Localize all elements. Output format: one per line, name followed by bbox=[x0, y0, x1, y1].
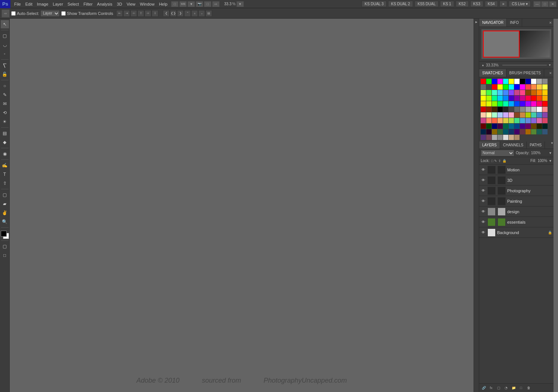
swatch-32[interactable] bbox=[526, 90, 531, 95]
layer-eye-3d[interactable]: 👁 bbox=[481, 178, 486, 183]
swatch-1[interactable] bbox=[486, 79, 492, 84]
move-tool-icon[interactable]: ⇨ bbox=[1, 9, 10, 18]
menu-help[interactable]: Help bbox=[157, 1, 170, 7]
tab-navigator[interactable]: NAVIGATOR bbox=[479, 19, 507, 27]
swatch-54[interactable] bbox=[514, 101, 520, 106]
swatch-65[interactable] bbox=[509, 107, 514, 112]
swatch-17[interactable] bbox=[509, 84, 514, 90]
menu-layer[interactable]: Layer bbox=[50, 1, 65, 7]
swatch-64[interactable] bbox=[503, 107, 508, 112]
swatch-30[interactable] bbox=[514, 90, 520, 95]
swatch-26[interactable] bbox=[492, 90, 497, 95]
swatch-72[interactable] bbox=[481, 112, 486, 118]
swatch-18[interactable] bbox=[514, 84, 520, 90]
swatch-48[interactable] bbox=[481, 101, 486, 106]
swatch-52[interactable] bbox=[503, 101, 508, 106]
swatch-122[interactable] bbox=[492, 135, 497, 140]
swatch-126[interactable] bbox=[514, 135, 520, 140]
menu-select[interactable]: Select bbox=[65, 1, 81, 7]
layer-eye-painting[interactable]: 👁 bbox=[481, 199, 486, 204]
dodge-tool[interactable]: ◉ bbox=[1, 150, 9, 158]
swatch-39[interactable] bbox=[497, 96, 503, 101]
swatch-79[interactable] bbox=[520, 112, 525, 118]
swatch-63[interactable] bbox=[497, 107, 503, 112]
layer-eye-photography[interactable]: 👁 bbox=[481, 188, 486, 193]
swatch-101[interactable] bbox=[509, 124, 514, 129]
swatch-78[interactable] bbox=[514, 112, 520, 118]
workspace-more[interactable]: » bbox=[499, 1, 508, 7]
menu-edit[interactable]: Edit bbox=[23, 1, 35, 7]
swatch-40[interactable] bbox=[503, 96, 508, 101]
swatch-57[interactable] bbox=[531, 101, 536, 106]
swatch-36[interactable] bbox=[481, 96, 486, 101]
workspace-ks4[interactable]: KS4 bbox=[485, 1, 498, 7]
zoom-dropdown[interactable]: ▼ bbox=[236, 1, 244, 7]
menu-window[interactable]: Window bbox=[138, 1, 157, 7]
swatch-9[interactable] bbox=[531, 79, 536, 84]
swatch-119[interactable] bbox=[542, 129, 548, 134]
shape-tool[interactable]: ▢ bbox=[1, 191, 9, 199]
auto-select-dropdown[interactable]: Layer bbox=[40, 10, 60, 17]
swatch-84[interactable] bbox=[481, 118, 486, 123]
layer-eye-design[interactable]: 👁 bbox=[481, 209, 486, 214]
swatch-124[interactable] bbox=[503, 135, 508, 140]
swatch-105[interactable] bbox=[531, 124, 536, 129]
move-tool[interactable]: ↖ bbox=[1, 20, 9, 28]
swatch-115[interactable] bbox=[520, 129, 525, 134]
swatch-60[interactable] bbox=[481, 107, 486, 112]
lock-paint-icon[interactable]: ✎ bbox=[494, 159, 497, 163]
swatch-44[interactable] bbox=[526, 96, 531, 101]
swatch-16[interactable] bbox=[503, 84, 508, 90]
align-bottom-btn[interactable]: ⇩ bbox=[152, 10, 158, 17]
dropdown-icon[interactable]: ▼ bbox=[187, 1, 195, 7]
menu-3d[interactable]: 3D bbox=[115, 1, 124, 7]
swatch-114[interactable] bbox=[514, 129, 520, 134]
layer-eye-background[interactable]: 👁 bbox=[481, 230, 486, 235]
dist-center-btn[interactable]: ❮❯ bbox=[170, 10, 177, 17]
swatch-99[interactable] bbox=[497, 124, 503, 129]
dist-left-btn[interactable]: ❮ bbox=[163, 10, 170, 17]
swatch-23[interactable] bbox=[542, 84, 548, 90]
swatch-31[interactable] bbox=[520, 90, 525, 95]
align-top-btn[interactable]: ⇧ bbox=[137, 10, 144, 17]
swatch-95[interactable] bbox=[542, 118, 548, 123]
brush-tool[interactable]: ✎ bbox=[1, 91, 9, 99]
workspace-ks2[interactable]: KS2 bbox=[456, 1, 469, 7]
foreground-background-colors[interactable] bbox=[1, 231, 9, 239]
swatch-100[interactable] bbox=[503, 124, 508, 129]
swatch-113[interactable] bbox=[509, 129, 514, 134]
zoom-in-icon[interactable]: ▼ bbox=[548, 63, 551, 67]
swatch-73[interactable] bbox=[486, 112, 492, 118]
layer-fx-btn[interactable]: fx bbox=[488, 385, 494, 391]
swatch-24[interactable] bbox=[481, 90, 486, 95]
history-brush-tool[interactable]: ⟲ bbox=[1, 109, 9, 117]
layer-new-btn[interactable]: □ bbox=[518, 385, 524, 391]
align-vcenter-btn[interactable]: ⇨ bbox=[145, 10, 151, 17]
opacity-arrow[interactable]: ▼ bbox=[549, 151, 552, 155]
tab-brush-presets[interactable]: BRUSH PRESETS bbox=[506, 69, 544, 77]
swatch-91[interactable] bbox=[520, 118, 525, 123]
3d-tool[interactable]: ▰ bbox=[1, 200, 9, 208]
tab-channels[interactable]: CHANNELS bbox=[500, 141, 527, 149]
swatch-71[interactable] bbox=[542, 107, 548, 112]
layers-menu-arrow[interactable]: ▼ bbox=[551, 141, 554, 149]
swatch-62[interactable] bbox=[492, 107, 497, 112]
swatch-96[interactable] bbox=[481, 124, 486, 129]
swatch-121[interactable] bbox=[486, 135, 492, 140]
swatch-28[interactable] bbox=[503, 90, 508, 95]
spot-heal-tool[interactable]: ○ bbox=[1, 82, 9, 90]
swatch-12[interactable] bbox=[481, 84, 486, 90]
tab-layers[interactable]: LAYERS bbox=[479, 141, 500, 149]
swatch-43[interactable] bbox=[520, 96, 525, 101]
swatch-33[interactable] bbox=[531, 90, 536, 95]
swatches-close-btn[interactable]: ✕ bbox=[548, 70, 554, 76]
swatch-77[interactable] bbox=[509, 112, 514, 118]
swatch-47[interactable] bbox=[542, 96, 548, 101]
eraser-tool[interactable]: ☀ bbox=[1, 118, 9, 126]
swatch-6[interactable] bbox=[514, 79, 520, 84]
workspace-ks1[interactable]: KS 1 bbox=[440, 1, 454, 7]
swatch-109[interactable] bbox=[486, 129, 492, 134]
swatch-25[interactable] bbox=[486, 90, 492, 95]
crop-tool[interactable]: ⎲ bbox=[1, 61, 9, 69]
lock-move-icon[interactable]: ⇪ bbox=[498, 159, 501, 163]
